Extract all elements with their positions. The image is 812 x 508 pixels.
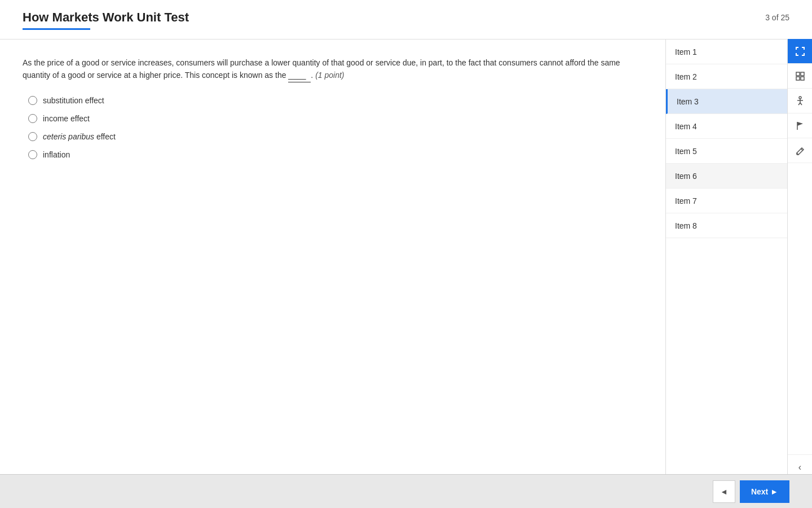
accessibility-icon[interactable] [788, 89, 813, 113]
question-area: As the price of a good or service increa… [0, 39, 665, 479]
grid-icon[interactable] [788, 64, 813, 89]
page-header: How Markets Work Unit Test 3 of 25 [0, 0, 812, 25]
svg-point-4 [799, 97, 801, 99]
item-list: Item 1 Item 2 Item 3 Item 4 Item 5 Item … [666, 39, 787, 479]
choice-label-4: inflation [43, 150, 70, 159]
footer: ◄ Next ► [0, 474, 812, 508]
choice-label-3: ceteris paribus effect [43, 132, 116, 141]
choice-label-1: substitution effect [43, 96, 104, 105]
list-item-6[interactable]: Item 6 [666, 164, 787, 189]
pencil-icon[interactable] [788, 138, 813, 163]
choice-income-effect[interactable]: income effect [28, 114, 643, 123]
next-button[interactable]: Next ► [740, 480, 789, 503]
title-underline [23, 28, 90, 30]
item-5-label: Item 5 [675, 147, 697, 156]
radio-ceteris-paribus[interactable] [28, 132, 37, 141]
radio-substitution-effect[interactable] [28, 96, 37, 105]
flag-icon[interactable] [788, 113, 813, 138]
list-item-8[interactable]: Item 8 [666, 213, 787, 238]
fullscreen-icon[interactable] [788, 39, 813, 64]
item-7-label: Item 7 [675, 196, 697, 205]
item-3-label: Item 3 [677, 97, 699, 106]
svg-line-8 [800, 103, 802, 105]
svg-rect-0 [796, 72, 800, 76]
collapse-arrow-icon: ‹ [798, 462, 801, 472]
next-button-label: Next ► [751, 487, 778, 496]
list-item-1[interactable]: Item 1 [666, 40, 787, 64]
list-item-5[interactable]: Item 5 [666, 139, 787, 164]
progress-indicator: 3 of 25 [765, 13, 789, 22]
svg-rect-2 [796, 77, 800, 80]
page-title: How Markets Work Unit Test [23, 10, 189, 25]
svg-rect-1 [801, 72, 804, 76]
radio-inflation[interactable] [28, 150, 37, 159]
answer-choices: substitution effect income effect ceteri… [23, 96, 643, 159]
right-panel: Item 1 Item 2 Item 3 Item 4 Item 5 Item … [665, 39, 812, 479]
toolbar-icons: ‹ [787, 39, 812, 479]
choice-substitution-effect[interactable]: substitution effect [28, 96, 643, 105]
item-2-label: Item 2 [675, 72, 697, 81]
choice-inflation[interactable]: inflation [28, 150, 643, 159]
item-6-label: Item 6 [675, 172, 697, 181]
list-item-7[interactable]: Item 7 [666, 189, 787, 213]
list-item-2[interactable]: Item 2 [666, 64, 787, 89]
item-1-label: Item 1 [675, 47, 697, 56]
choice-label-2: income effect [43, 114, 90, 123]
main-layout: As the price of a good or service increa… [0, 39, 812, 479]
item-4-label: Item 4 [675, 122, 697, 131]
point-value: (1 point) [315, 71, 344, 80]
question-text: As the price of a good or service increa… [23, 56, 643, 82]
radio-income-effect[interactable] [28, 114, 37, 123]
item-8-label: Item 8 [675, 221, 697, 230]
list-item-4[interactable]: Item 4 [666, 114, 787, 139]
svg-rect-3 [801, 77, 804, 80]
blank-field: ____ [288, 69, 311, 82]
choice-ceteris-paribus[interactable]: ceteris paribus effect [28, 132, 643, 141]
prev-button[interactable]: ◄ [713, 480, 735, 503]
list-item-3[interactable]: Item 3 [666, 89, 787, 114]
